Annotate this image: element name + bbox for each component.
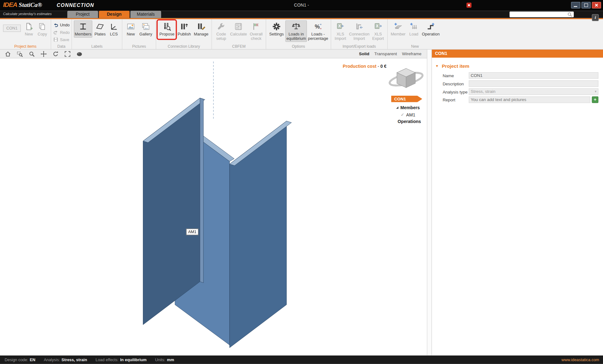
- rotate-icon[interactable]: [52, 51, 59, 57]
- overall-check-icon: [252, 22, 260, 31]
- save-icon: [53, 37, 58, 42]
- status-bar: Design code:EN Analysis:Stress, strain L…: [0, 356, 603, 364]
- publish-button[interactable]: Publish: [176, 20, 192, 38]
- panel-divider: [427, 50, 432, 356]
- status-design-code: Design code:EN: [5, 357, 35, 362]
- view-mode-wireframe[interactable]: Wireframe: [402, 51, 421, 56]
- tree-root-CON1[interactable]: CON1: [391, 96, 422, 102]
- calculate-button: Calculate: [229, 20, 248, 38]
- lcs-icon: [110, 22, 118, 31]
- steel-member-AM1: [143, 98, 292, 348]
- ribbon-group-new: Member Load: [388, 19, 442, 49]
- add-report-icon[interactable]: +: [592, 96, 598, 103]
- app-window: IDEA StatiCa® CONNECTION CON1 - Calculat…: [0, 0, 603, 364]
- members-labels-button[interactable]: Members: [74, 20, 92, 38]
- tab-project[interactable]: Project: [67, 11, 98, 18]
- zoom-window-icon[interactable]: [17, 51, 23, 57]
- alert-icon[interactable]: [466, 3, 471, 8]
- production-cost: Production cost - 0 €: [269, 64, 386, 68]
- minimize-button[interactable]: [571, 2, 580, 8]
- window-controls: [571, 2, 601, 8]
- ribbon-group-pictures: New Gallery Pictures: [122, 19, 156, 49]
- svg-text:X: X: [338, 24, 341, 28]
- search-icon: [567, 12, 573, 17]
- appearance-icon[interactable]: [76, 51, 83, 57]
- xls-export-icon: X: [374, 22, 382, 31]
- check-icon[interactable]: ✓: [401, 112, 404, 117]
- tagline: Calculate yesterday's estimates: [3, 12, 52, 16]
- close-button[interactable]: [592, 2, 601, 8]
- settings-button[interactable]: Settings: [268, 20, 285, 38]
- redo-icon: [53, 29, 58, 35]
- redo-button: Redo: [53, 29, 70, 35]
- copy-project-item-button: Copy: [36, 20, 49, 38]
- info-button[interactable]: i: [592, 14, 599, 21]
- propose-button[interactable]: Propose: [158, 20, 176, 38]
- section-title: Project item: [442, 63, 470, 69]
- loads-percentage-button[interactable]: % Loads - percentage: [307, 20, 329, 42]
- ribbon-group-options: Settings Loads in equilibrium: [266, 19, 331, 49]
- calculate-icon: [234, 22, 243, 31]
- new-picture-button[interactable]: New: [124, 20, 138, 38]
- analysis-type-dropdown[interactable]: ▾Stress, strain: [469, 88, 599, 95]
- svg-text:X: X: [376, 24, 378, 28]
- name-input[interactable]: [469, 72, 599, 79]
- 3d-viewport[interactable]: Production cost - 0 € CON1 Members: [0, 58, 427, 356]
- tree-item-members[interactable]: Members: [396, 105, 420, 110]
- title-bar: IDEA StatiCa® CONNECTION CON1 -: [0, 0, 603, 11]
- website-link[interactable]: www.ideastatica.com: [562, 357, 603, 362]
- new-item-icon: [24, 22, 33, 31]
- report-input[interactable]: [469, 96, 590, 103]
- code-setup-icon: [217, 22, 225, 31]
- undo-button[interactable]: Undo: [53, 22, 70, 28]
- section-project-item[interactable]: ▼ Project item: [432, 62, 603, 70]
- member-tag-AM1[interactable]: AM1: [186, 229, 198, 235]
- loads-equilibrium-icon: [292, 22, 301, 31]
- tab-design[interactable]: Design: [99, 11, 130, 18]
- maximize-button[interactable]: [581, 2, 590, 8]
- member-3d-model[interactable]: [0, 58, 427, 356]
- undo-icon: [53, 22, 58, 27]
- settings-icon: [272, 22, 281, 31]
- view-mode-transparent[interactable]: Transparent: [374, 51, 397, 56]
- search-box[interactable]: [509, 12, 573, 17]
- loads-in-equilibrium-button[interactable]: Loads in equilibrium: [285, 20, 307, 42]
- home-icon[interactable]: [5, 51, 11, 57]
- manage-icon: [197, 22, 205, 31]
- picture-new-icon: [127, 22, 135, 31]
- load-new-icon: [410, 22, 418, 31]
- gallery-button[interactable]: Gallery: [138, 20, 154, 38]
- copy-icon: [38, 22, 46, 31]
- new-operation-button[interactable]: Operation: [421, 20, 440, 38]
- publish-icon: [180, 22, 188, 31]
- tree-item-am1[interactable]: ✓ AM1: [401, 112, 415, 117]
- overall-check-button: Overall check: [248, 20, 264, 42]
- ribbon: CON1 New Copy: [0, 19, 603, 50]
- viewport-column: Solid Transparent Wireframe: [0, 50, 427, 356]
- plates-labels-button[interactable]: Plates: [93, 20, 107, 38]
- navigation-cube[interactable]: [387, 65, 425, 91]
- ribbon-group-labels: Members Plates LCS: [72, 19, 122, 49]
- search-input[interactable]: [509, 12, 567, 17]
- ribbon-group-data: Undo Redo Save: [51, 19, 72, 49]
- tree-item-operations[interactable]: Operations: [398, 119, 421, 124]
- operation-new-icon: [426, 22, 435, 31]
- description-input[interactable]: [469, 80, 599, 87]
- field-row-name: Name: [432, 72, 603, 80]
- zoom-icon[interactable]: [29, 51, 35, 57]
- xls-import-icon: X: [336, 22, 345, 31]
- pan-icon[interactable]: [41, 51, 47, 57]
- xls-import-button: X XLS Import: [333, 20, 348, 42]
- viewport-toolbar: Solid Transparent Wireframe: [0, 50, 427, 58]
- expander-icon[interactable]: [396, 106, 398, 109]
- lcs-labels-button[interactable]: LCS: [108, 20, 120, 38]
- ribbon-group-cbfem: Code setup Calculate: [212, 19, 266, 49]
- manage-button[interactable]: Manage: [193, 20, 210, 38]
- collapse-icon[interactable]: ▼: [435, 64, 439, 68]
- ribbon-group-import-export: X XLS Import Connection Import X: [331, 19, 388, 49]
- zoom-all-icon[interactable]: [64, 51, 71, 57]
- field-row-analysis-type: Analysis type ▾Stress, strain: [432, 88, 603, 96]
- view-mode-solid[interactable]: Solid: [359, 51, 369, 56]
- tab-materials[interactable]: Materials: [130, 11, 161, 18]
- properties-panel: CON1 ▼ Project item Name Description Ana…: [432, 50, 603, 356]
